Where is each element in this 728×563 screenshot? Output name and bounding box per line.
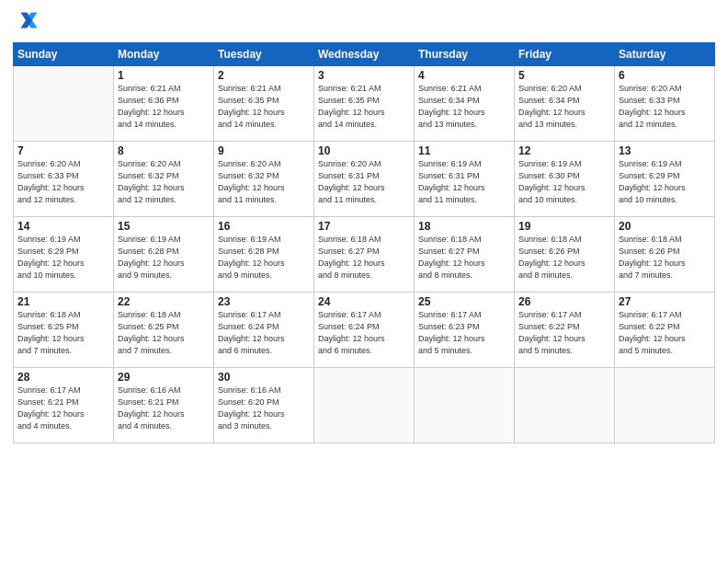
calendar-cell xyxy=(14,66,114,142)
day-number: 24 xyxy=(318,295,410,308)
calendar-cell: 2Sunrise: 6:21 AM Sunset: 6:35 PM Daylig… xyxy=(214,66,314,142)
day-info: Sunrise: 6:16 AM Sunset: 6:20 PM Dayligh… xyxy=(218,385,310,432)
calendar-cell: 28Sunrise: 6:17 AM Sunset: 6:21 PM Dayli… xyxy=(14,368,114,443)
calendar-table: SundayMondayTuesdayWednesdayThursdayFrid… xyxy=(13,42,715,443)
calendar-cell: 8Sunrise: 6:20 AM Sunset: 6:32 PM Daylig… xyxy=(114,142,214,217)
day-info: Sunrise: 6:20 AM Sunset: 6:33 PM Dayligh… xyxy=(17,158,109,206)
day-number: 6 xyxy=(619,69,711,82)
calendar-header-friday: Friday xyxy=(515,43,615,66)
calendar-cell: 11Sunrise: 6:19 AM Sunset: 6:31 PM Dayli… xyxy=(415,142,515,217)
calendar-cell xyxy=(314,368,415,443)
day-info: Sunrise: 6:17 AM Sunset: 6:24 PM Dayligh… xyxy=(318,309,410,357)
day-number: 1 xyxy=(118,69,210,82)
calendar-cell: 7Sunrise: 6:20 AM Sunset: 6:33 PM Daylig… xyxy=(14,142,114,217)
day-number: 18 xyxy=(418,220,510,233)
day-info: Sunrise: 6:18 AM Sunset: 6:26 PM Dayligh… xyxy=(518,234,610,282)
day-info: Sunrise: 6:17 AM Sunset: 6:22 PM Dayligh… xyxy=(518,309,610,357)
calendar-week-5: 28Sunrise: 6:17 AM Sunset: 6:21 PM Dayli… xyxy=(14,368,715,443)
calendar-cell: 25Sunrise: 6:17 AM Sunset: 6:23 PM Dayli… xyxy=(415,293,515,368)
day-info: Sunrise: 6:19 AM Sunset: 6:29 PM Dayligh… xyxy=(17,234,109,282)
calendar-week-3: 14Sunrise: 6:19 AM Sunset: 6:29 PM Dayli… xyxy=(14,217,715,293)
calendar-cell: 6Sunrise: 6:20 AM Sunset: 6:33 PM Daylig… xyxy=(615,66,715,142)
logo-icon xyxy=(13,7,39,33)
calendar-cell: 15Sunrise: 6:19 AM Sunset: 6:28 PM Dayli… xyxy=(114,217,214,293)
calendar-cell: 21Sunrise: 6:18 AM Sunset: 6:25 PM Dayli… xyxy=(14,293,114,368)
calendar-header-tuesday: Tuesday xyxy=(214,43,314,66)
day-info: Sunrise: 6:17 AM Sunset: 6:21 PM Dayligh… xyxy=(17,385,109,432)
day-number: 22 xyxy=(118,295,210,308)
day-number: 7 xyxy=(17,144,109,157)
calendar-header-wednesday: Wednesday xyxy=(314,43,415,66)
calendar-cell: 22Sunrise: 6:18 AM Sunset: 6:25 PM Dayli… xyxy=(114,293,214,368)
calendar-cell: 29Sunrise: 6:16 AM Sunset: 6:21 PM Dayli… xyxy=(114,368,214,443)
day-number: 17 xyxy=(318,220,410,233)
calendar-header-saturday: Saturday xyxy=(615,43,715,66)
day-number: 23 xyxy=(218,295,310,308)
day-info: Sunrise: 6:17 AM Sunset: 6:23 PM Dayligh… xyxy=(418,309,510,357)
day-number: 2 xyxy=(218,69,310,82)
day-number: 3 xyxy=(318,69,410,82)
calendar-cell: 3Sunrise: 6:21 AM Sunset: 6:35 PM Daylig… xyxy=(314,66,415,142)
calendar-cell: 18Sunrise: 6:18 AM Sunset: 6:27 PM Dayli… xyxy=(415,217,515,293)
day-number: 27 xyxy=(619,295,711,308)
calendar-cell: 19Sunrise: 6:18 AM Sunset: 6:26 PM Dayli… xyxy=(515,217,615,293)
day-info: Sunrise: 6:20 AM Sunset: 6:31 PM Dayligh… xyxy=(318,158,410,206)
day-info: Sunrise: 6:17 AM Sunset: 6:22 PM Dayligh… xyxy=(619,309,711,357)
calendar-cell xyxy=(415,368,515,443)
day-info: Sunrise: 6:21 AM Sunset: 6:36 PM Dayligh… xyxy=(118,83,210,131)
calendar-cell: 1Sunrise: 6:21 AM Sunset: 6:36 PM Daylig… xyxy=(114,66,214,142)
calendar-week-1: 1Sunrise: 6:21 AM Sunset: 6:36 PM Daylig… xyxy=(14,66,715,142)
day-info: Sunrise: 6:19 AM Sunset: 6:29 PM Dayligh… xyxy=(619,158,711,206)
day-info: Sunrise: 6:19 AM Sunset: 6:30 PM Dayligh… xyxy=(518,158,610,206)
calendar-cell: 17Sunrise: 6:18 AM Sunset: 6:27 PM Dayli… xyxy=(314,217,415,293)
day-number: 8 xyxy=(118,144,210,157)
day-number: 13 xyxy=(619,144,711,157)
day-info: Sunrise: 6:18 AM Sunset: 6:27 PM Dayligh… xyxy=(418,234,510,282)
calendar-cell xyxy=(615,368,715,443)
day-info: Sunrise: 6:21 AM Sunset: 6:35 PM Dayligh… xyxy=(218,83,310,131)
day-info: Sunrise: 6:16 AM Sunset: 6:21 PM Dayligh… xyxy=(118,385,210,432)
day-info: Sunrise: 6:18 AM Sunset: 6:25 PM Dayligh… xyxy=(118,309,210,357)
day-info: Sunrise: 6:19 AM Sunset: 6:28 PM Dayligh… xyxy=(218,234,310,282)
calendar-header-sunday: Sunday xyxy=(14,43,114,66)
calendar-cell: 12Sunrise: 6:19 AM Sunset: 6:30 PM Dayli… xyxy=(515,142,615,217)
day-number: 10 xyxy=(318,144,410,157)
day-number: 21 xyxy=(17,295,109,308)
day-number: 15 xyxy=(118,220,210,233)
calendar-cell: 20Sunrise: 6:18 AM Sunset: 6:26 PM Dayli… xyxy=(615,217,715,293)
calendar-header-thursday: Thursday xyxy=(415,43,515,66)
day-number: 16 xyxy=(218,220,310,233)
calendar-cell: 13Sunrise: 6:19 AM Sunset: 6:29 PM Dayli… xyxy=(615,142,715,217)
calendar-week-4: 21Sunrise: 6:18 AM Sunset: 6:25 PM Dayli… xyxy=(14,293,715,368)
day-info: Sunrise: 6:18 AM Sunset: 6:27 PM Dayligh… xyxy=(318,234,410,282)
calendar-cell: 24Sunrise: 6:17 AM Sunset: 6:24 PM Dayli… xyxy=(314,293,415,368)
day-number: 11 xyxy=(418,144,510,157)
day-number: 26 xyxy=(518,295,610,308)
day-number: 5 xyxy=(518,69,610,82)
day-number: 14 xyxy=(17,220,109,233)
day-number: 4 xyxy=(418,69,510,82)
header xyxy=(13,9,715,37)
day-number: 12 xyxy=(518,144,610,157)
day-number: 9 xyxy=(218,144,310,157)
day-info: Sunrise: 6:19 AM Sunset: 6:31 PM Dayligh… xyxy=(418,158,510,206)
calendar-cell: 5Sunrise: 6:20 AM Sunset: 6:34 PM Daylig… xyxy=(515,66,615,142)
calendar-cell: 16Sunrise: 6:19 AM Sunset: 6:28 PM Dayli… xyxy=(214,217,314,293)
day-info: Sunrise: 6:20 AM Sunset: 6:32 PM Dayligh… xyxy=(118,158,210,206)
day-info: Sunrise: 6:17 AM Sunset: 6:24 PM Dayligh… xyxy=(218,309,310,357)
logo xyxy=(13,9,39,37)
calendar-cell: 23Sunrise: 6:17 AM Sunset: 6:24 PM Dayli… xyxy=(214,293,314,368)
day-info: Sunrise: 6:21 AM Sunset: 6:34 PM Dayligh… xyxy=(418,83,510,131)
day-number: 25 xyxy=(418,295,510,308)
day-number: 29 xyxy=(118,371,210,384)
day-info: Sunrise: 6:18 AM Sunset: 6:25 PM Dayligh… xyxy=(17,309,109,357)
calendar-cell xyxy=(515,368,615,443)
day-info: Sunrise: 6:20 AM Sunset: 6:32 PM Dayligh… xyxy=(218,158,310,206)
calendar-cell: 30Sunrise: 6:16 AM Sunset: 6:20 PM Dayli… xyxy=(214,368,314,443)
day-info: Sunrise: 6:20 AM Sunset: 6:34 PM Dayligh… xyxy=(518,83,610,131)
calendar-cell: 14Sunrise: 6:19 AM Sunset: 6:29 PM Dayli… xyxy=(14,217,114,293)
calendar-cell: 4Sunrise: 6:21 AM Sunset: 6:34 PM Daylig… xyxy=(415,66,515,142)
calendar-header-monday: Monday xyxy=(114,43,214,66)
day-number: 28 xyxy=(17,371,109,384)
calendar-cell: 27Sunrise: 6:17 AM Sunset: 6:22 PM Dayli… xyxy=(615,293,715,368)
